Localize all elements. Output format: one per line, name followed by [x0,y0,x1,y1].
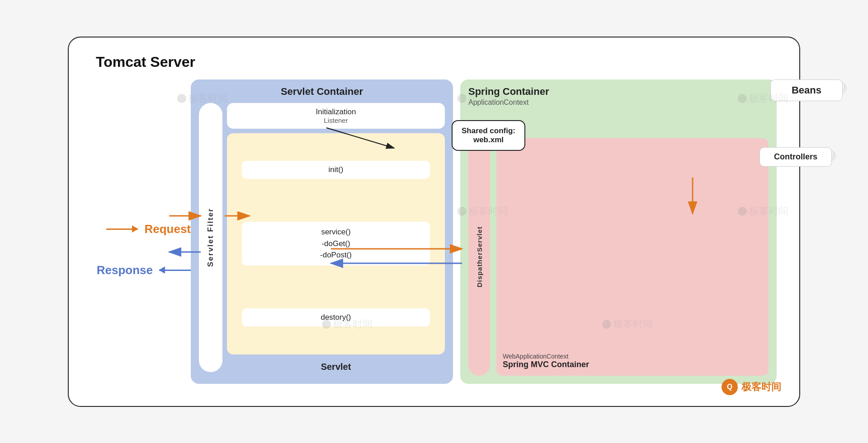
servlet-box: init() service()-doGet()-doPost() destor… [227,133,445,354]
dispatcher-bar: DispatherServlet [468,138,490,376]
servlet-container: Servlet Container Servlet Filter Initial… [191,79,453,384]
shared-config-line1: Shared config: [462,126,515,135]
request-arrow-group: Request [106,222,191,236]
logo-symbol: Q [727,383,732,391]
spring-mvc-label: Spring MVC Container [503,360,762,369]
request-label: Request [144,222,191,236]
init-listener-box: Initialization Listener [227,103,445,129]
shared-config-line2: web.xml [473,135,504,144]
controllers-card-front: Controllers [760,147,832,167]
shared-config-box: Shared config: web.xml [452,120,525,151]
response-arrow-icon [159,270,191,271]
init-method-box: init() [242,161,430,179]
servlet-inner: Servlet Filter Initialization Listener i… [199,103,445,372]
servlet-filter-bar: Servlet Filter [199,103,222,372]
controllers-label: Controllers [774,152,817,161]
response-label: Response [97,263,153,277]
servlet-right: Initialization Listener init() service()… [227,103,445,372]
beans-label: Beans [792,84,821,96]
logo-icon: Q [722,379,738,395]
logo-area: Q 极客时间 [722,379,781,395]
servlet-container-title: Servlet Container [199,86,445,98]
servlet-filter-label: Servlet Filter [206,208,215,267]
service-method-label: service()-doGet()-doPost() [320,228,352,259]
destory-method-box: destory() [242,308,430,326]
spring-container-title: Spring Container [468,86,769,98]
dispatcher-label: DispatherServlet [476,226,483,287]
service-method-box: service()-doGet()-doPost() [242,222,430,266]
logo-text: 极客时间 [741,380,781,394]
tomcat-title: Tomcat Server [96,54,777,70]
beans-card-front: Beans [770,79,843,101]
diagram-body: Request Response Servlet Container Servl… [91,79,777,384]
web-app-context-label: WebApplicationContext [503,348,762,360]
request-arrow-icon [106,228,138,230]
main-diagram: Tomcat Server Request Response Servlet C… [68,37,800,407]
left-arrows-area: Request Response [91,79,191,384]
init-listener-sub: Listener [235,117,437,124]
spring-container-subtitle: ApplicationContext [468,98,769,107]
servlet-label: Servlet [227,362,445,372]
response-arrow-group: Response [97,263,191,277]
destory-method-label: destory() [321,313,351,322]
init-listener-main: Initialization [235,107,437,117]
web-app-context: Controllers WebApplicationContext Spring… [496,138,769,376]
init-method-label: init() [328,165,343,174]
